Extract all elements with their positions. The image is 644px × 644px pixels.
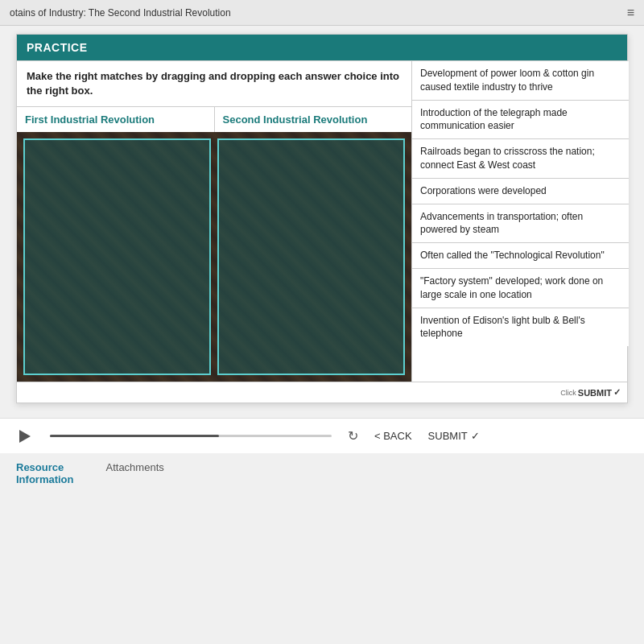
columns-header: First Industrial Revolution Second Indus… — [17, 106, 411, 132]
attachments-label: Attachments — [106, 461, 164, 473]
activity-body: Make the right matches by dragging and d… — [17, 61, 627, 382]
resource-label: Resource — [16, 461, 74, 473]
submit-button[interactable]: SUBMIT ✓ — [428, 430, 480, 442]
right-panel: Development of power loom & cotton gin c… — [411, 61, 629, 382]
submit-nav-label: SUBMIT — [428, 430, 468, 442]
click-text: Click — [560, 389, 576, 397]
answer-item-4[interactable]: Advancements in transportation; often po… — [412, 204, 629, 244]
resource-section: Resource Information — [16, 461, 74, 485]
drop-zone-first[interactable] — [23, 138, 211, 375]
main-content: Practice Make the right matches by dragg… — [0, 26, 644, 644]
resource-bar: Resource Information Attachments — [0, 453, 644, 493]
drop-zone-second[interactable] — [217, 138, 405, 375]
activity-submit-button[interactable]: Click SUBMIT ✓ — [560, 387, 621, 398]
hamburger-icon[interactable]: ≡ — [627, 6, 634, 20]
answer-item-5[interactable]: Often called the "Technological Revoluti… — [412, 243, 629, 269]
back-button[interactable]: < BACK — [374, 430, 412, 442]
instructions: Make the right matches by dragging and d… — [17, 61, 411, 106]
left-panel: Make the right matches by dragging and d… — [17, 61, 411, 382]
info-label: Information — [16, 473, 74, 485]
drop-zones-wrapper — [17, 132, 411, 382]
browser-bar: otains of Industry: The Second Industria… — [0, 0, 644, 26]
submit-nav-check: ✓ — [471, 430, 480, 442]
nav-bar: ↻ < BACK SUBMIT ✓ — [0, 418, 644, 453]
activity-footer: Click SUBMIT ✓ — [17, 382, 627, 402]
refresh-icon[interactable]: ↻ — [348, 428, 358, 444]
browser-title: otains of Industry: The Second Industria… — [10, 7, 627, 19]
answer-item-3[interactable]: Corporations were developed — [412, 179, 629, 204]
play-button[interactable] — [16, 427, 34, 445]
back-label: < BACK — [374, 430, 412, 442]
attachments-section: Attachments — [106, 461, 164, 473]
play-icon — [19, 430, 31, 443]
activity-container: Practice Make the right matches by dragg… — [16, 34, 628, 403]
answer-item-2[interactable]: Railroads began to crisscross the nation… — [412, 139, 629, 179]
progress-bar-container — [50, 435, 332, 437]
practice-label: Practice — [27, 41, 88, 54]
answer-item-6[interactable]: "Factory system" developed; work done on… — [412, 269, 629, 308]
answer-item-1[interactable]: Introduction of the telegraph made commu… — [412, 101, 629, 140]
practice-header: Practice — [17, 35, 627, 61]
progress-bar-fill — [50, 435, 219, 437]
submit-inner-check: ✓ — [613, 387, 621, 398]
answer-item-7[interactable]: Invention of Edison's light bulb & Bell'… — [412, 308, 629, 347]
col-header-first: First Industrial Revolution — [17, 107, 215, 132]
submit-inner-label: SUBMIT — [578, 388, 612, 398]
answer-item-0[interactable]: Development of power loom & cotton gin c… — [412, 61, 629, 101]
col-header-second: Second Industrial Revolution — [215, 107, 412, 132]
